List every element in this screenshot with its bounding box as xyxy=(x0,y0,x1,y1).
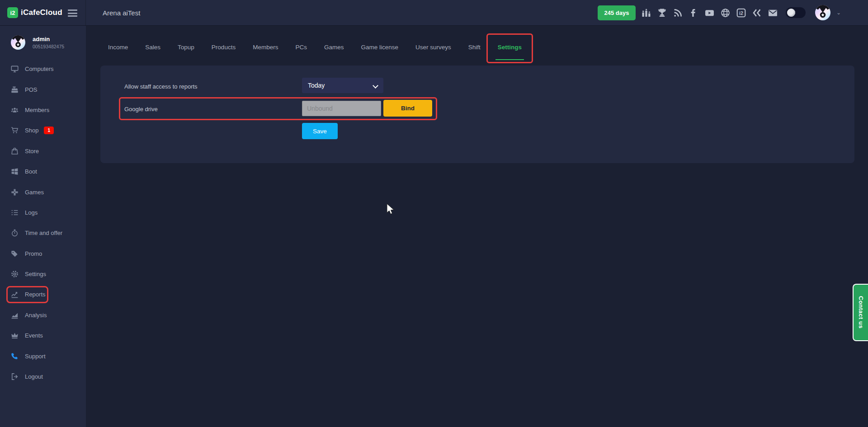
tab-topup[interactable]: Topup xyxy=(178,41,194,54)
sidebar-item-logout[interactable]: Logout xyxy=(0,366,86,387)
header-actions: 245 days i2 ⌄ xyxy=(598,5,868,20)
windows-icon xyxy=(11,168,19,175)
tab-user-surveys[interactable]: User surveys xyxy=(415,41,451,54)
youtube-icon[interactable] xyxy=(705,8,715,18)
sidebar-item-promo[interactable]: Promo xyxy=(0,244,86,264)
icafecloud-logo-icon: i2 xyxy=(7,7,18,18)
facebook-icon[interactable] xyxy=(689,8,699,18)
crown-icon xyxy=(11,332,19,339)
tab-income[interactable]: Income xyxy=(108,41,128,54)
main-content: Income Sales Topup Products Members PCs … xyxy=(86,26,868,427)
sidebar-item-store[interactable]: Store xyxy=(0,141,86,161)
cart-icon xyxy=(11,127,19,134)
sidebar-item-logs[interactable]: Logs xyxy=(0,202,86,223)
line-chart-icon xyxy=(11,291,19,298)
settings-panel: Allow staff access to reports Today Goog… xyxy=(100,66,854,163)
stopwatch-icon xyxy=(11,229,19,237)
tab-pcs[interactable]: PCs xyxy=(295,41,307,54)
partners-icon[interactable] xyxy=(752,8,762,18)
sidebar-item-boot[interactable]: Boot xyxy=(0,161,86,182)
toggle-knob xyxy=(787,9,795,17)
sidebar-item-pos[interactable]: POS xyxy=(0,79,86,99)
users-icon xyxy=(11,106,19,114)
rss-icon[interactable] xyxy=(673,8,683,18)
sidebar-user-block[interactable]: admin 005193482475 xyxy=(0,26,86,50)
sidebar-item-computers[interactable]: Computers xyxy=(0,59,86,79)
tab-members[interactable]: Members xyxy=(253,41,278,54)
dpad-icon xyxy=(11,188,19,196)
sidebar-item-events[interactable]: Events xyxy=(0,325,86,346)
tab-settings[interactable]: Settings xyxy=(498,41,522,54)
report-access-select[interactable]: Today xyxy=(302,78,383,93)
page-title: Arena aiTest xyxy=(103,9,140,17)
user-texts: admin 005193482475 xyxy=(33,36,64,49)
phone-icon xyxy=(11,352,19,360)
active-tab-underline xyxy=(495,59,524,60)
leaderboard-icon[interactable] xyxy=(642,8,651,18)
report-access-label: Allow staff access to reports xyxy=(124,83,198,90)
area-chart-icon xyxy=(11,311,19,319)
save-button[interactable]: Save xyxy=(302,123,338,139)
icafe-icon[interactable]: i2 xyxy=(736,8,746,18)
chevron-down-icon[interactable]: ⌄ xyxy=(836,9,841,16)
sidebar-item-time-and-offer[interactable]: Time and offer xyxy=(0,223,86,243)
reports-tabs: Income Sales Topup Products Members PCs … xyxy=(108,41,522,54)
gear-icon xyxy=(11,270,19,278)
sidebar-item-shop[interactable]: Shop 1 xyxy=(0,120,86,141)
trophy-icon[interactable] xyxy=(657,8,667,18)
top-header: i2 iCafeCloud Arena aiTest 245 days i2 xyxy=(0,0,868,26)
icafecloud-app: { "header": { "logo_text": "iCafeCloud",… xyxy=(0,0,868,427)
hamburger-menu-icon[interactable] xyxy=(68,9,77,19)
google-drive-label: Google drive xyxy=(124,106,158,113)
contact-us-button[interactable]: Contact us xyxy=(853,284,868,341)
tag-icon xyxy=(11,250,19,258)
tab-game-license[interactable]: Game license xyxy=(361,41,398,54)
sidebar-item-reports[interactable]: Reports xyxy=(0,284,86,305)
user-id: 005193482475 xyxy=(33,44,64,49)
tab-shift[interactable]: Shift xyxy=(468,41,481,54)
tab-sales[interactable]: Sales xyxy=(145,41,160,54)
user-name: admin xyxy=(33,36,64,42)
sidebar-item-games[interactable]: Games xyxy=(0,182,86,202)
logout-icon xyxy=(11,373,19,380)
sidebar-item-members[interactable]: Members xyxy=(0,100,86,120)
user-avatar[interactable] xyxy=(815,5,830,20)
sidebar-item-settings[interactable]: Settings xyxy=(0,264,86,284)
sidebar-item-analysis[interactable]: Analysis xyxy=(0,305,86,325)
theme-toggle[interactable] xyxy=(786,7,806,18)
sidebar-avatar xyxy=(11,35,25,50)
list-icon xyxy=(11,209,19,216)
tab-games[interactable]: Games xyxy=(324,41,344,54)
globe-icon[interactable] xyxy=(721,8,731,18)
tab-products[interactable]: Products xyxy=(212,41,236,54)
header-brand-area: i2 iCafeCloud xyxy=(0,0,86,25)
cash-register-icon xyxy=(11,86,19,94)
bag-icon xyxy=(11,147,19,155)
monitor-icon xyxy=(11,65,19,73)
bind-button[interactable]: Bind xyxy=(383,100,432,117)
sidebar: admin 005193482475 Computers POS Members… xyxy=(0,26,86,427)
sidebar-nav: Computers POS Members Shop 1 Store Boot … xyxy=(0,59,86,387)
svg-text:i2: i2 xyxy=(740,10,744,15)
google-drive-input[interactable] xyxy=(302,101,381,116)
sidebar-item-support[interactable]: Support xyxy=(0,346,86,366)
logo-text: iCafeCloud xyxy=(21,8,62,17)
shop-badge: 1 xyxy=(44,127,54,134)
subscription-days-badge[interactable]: 245 days xyxy=(598,5,636,20)
mail-icon[interactable] xyxy=(768,8,778,18)
